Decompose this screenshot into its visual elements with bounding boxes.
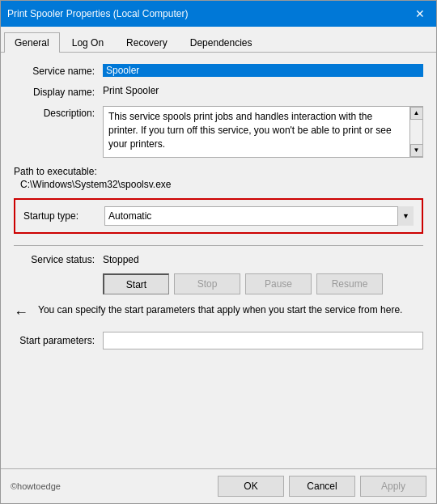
service-name-label: Service name: (14, 64, 103, 77)
info-section: ← You can specify the start parameters t… (14, 303, 423, 325)
arrow-icon: ← (14, 304, 28, 321)
startup-section: Startup type: Automatic Automatic (Delay… (14, 198, 423, 234)
path-label: Path to executable: (14, 166, 423, 177)
start-params-row: Start parameters: (14, 332, 423, 349)
close-button[interactable]: ✕ (410, 4, 430, 23)
service-name-row: Service name: Spooler (14, 64, 423, 77)
stop-button[interactable]: Stop (174, 273, 240, 294)
startup-type-select[interactable]: Automatic Automatic (Delayed Start) Manu… (104, 206, 414, 226)
service-status-label: Service status: (14, 254, 103, 265)
resume-button[interactable]: Resume (316, 273, 383, 294)
ok-button[interactable]: OK (218, 476, 284, 497)
tab-recovery[interactable]: Recovery (116, 32, 178, 53)
description-scrollbar: ▲ ▼ (409, 107, 422, 157)
start-button[interactable]: Start (103, 273, 169, 294)
description-box: This service spools print jobs and handl… (103, 106, 423, 158)
tab-general[interactable]: General (4, 32, 60, 53)
path-value: C:\Windows\System32\spoolsv.exe (20, 179, 423, 190)
divider (14, 245, 423, 246)
display-name-row: Display name: Print Spooler (14, 85, 423, 98)
description-row: Description: This service spools print j… (14, 106, 423, 158)
description-label: Description: (14, 106, 103, 119)
display-name-label: Display name: (14, 85, 103, 98)
window: Print Spooler Properties (Local Computer… (0, 0, 437, 504)
service-status-row: Service status: Stopped (14, 254, 423, 265)
content-area: Service name: Spooler Display name: Prin… (1, 53, 436, 468)
apply-button[interactable]: Apply (360, 476, 426, 497)
bottom-bar: ©howtoedge OK Cancel Apply (1, 468, 436, 503)
pause-button[interactable]: Pause (245, 273, 312, 294)
scroll-down-button[interactable]: ▼ (410, 144, 423, 157)
service-name-value: Spooler (103, 64, 423, 77)
watermark: ©howtoedge (11, 481, 213, 491)
path-section: Path to executable: C:\Windows\System32\… (14, 166, 423, 190)
window-title: Print Spooler Properties (Local Computer… (7, 8, 188, 19)
display-name-value: Print Spooler (103, 85, 423, 96)
scroll-up-button[interactable]: ▲ (410, 107, 423, 120)
service-buttons: Start Stop Pause Resume (103, 273, 423, 294)
tab-dependencies[interactable]: Dependencies (180, 32, 263, 53)
description-text: This service spools print jobs and handl… (108, 110, 418, 150)
start-params-input[interactable] (103, 332, 423, 349)
info-text: You can specify the start parameters tha… (38, 303, 402, 317)
cancel-button[interactable]: Cancel (289, 476, 355, 497)
start-params-label: Start parameters: (14, 335, 103, 346)
service-status-value: Stopped (103, 254, 139, 265)
startup-type-select-wrapper: Automatic Automatic (Delayed Start) Manu… (104, 206, 414, 226)
tab-logon[interactable]: Log On (62, 32, 114, 53)
tab-bar: General Log On Recovery Dependencies (1, 27, 436, 53)
title-bar: Print Spooler Properties (Local Computer… (1, 1, 436, 27)
startup-row: Startup type: Automatic Automatic (Delay… (23, 206, 414, 226)
startup-type-label: Startup type: (23, 210, 104, 222)
